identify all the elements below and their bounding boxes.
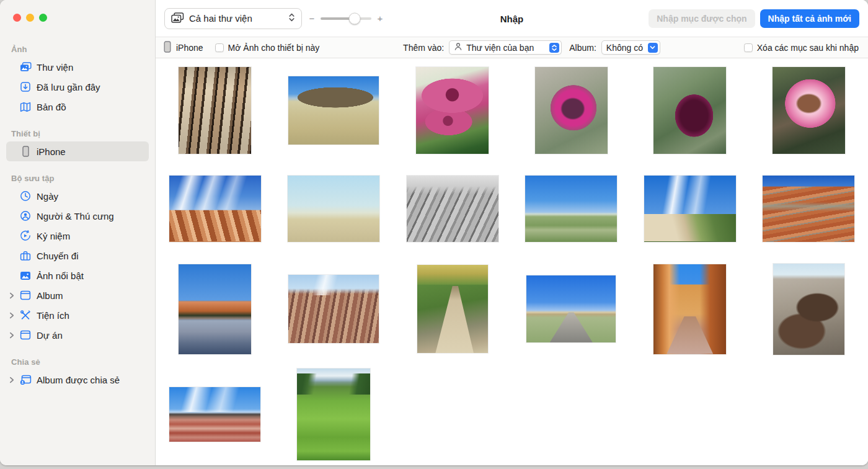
photo-thumbnail-painted-desert[interactable]	[169, 387, 260, 442]
device-bar: iPhone Mở Ảnh cho thiết bị này Thêm vào:…	[156, 37, 868, 58]
open-photos-checkbox[interactable]	[215, 43, 224, 52]
photo-thumbnail-petrified-logs[interactable]	[773, 264, 844, 355]
photo-cell	[275, 254, 394, 364]
photo-cell	[750, 163, 868, 254]
photo-thumbnail-magenta-tulip[interactable]	[535, 67, 608, 154]
photo-thumbnail-bryce-hoodoos[interactable]	[169, 176, 261, 242]
sidebar-item-iphone[interactable]: iPhone	[6, 141, 149, 161]
sidebar-item-person-circle[interactable]: Người & Thú cưng	[6, 206, 149, 226]
photo-thumbnail-prairie-butte[interactable]	[288, 76, 379, 145]
zoom-out-icon[interactable]: −	[309, 13, 315, 24]
album-label: Album:	[569, 43, 596, 53]
delete-after-import-option[interactable]: Xóa các mục sau khi nhập	[744, 43, 859, 53]
album-popup[interactable]: Không có	[601, 40, 660, 55]
chevron-right-icon[interactable]	[9, 312, 19, 319]
photo-cell	[512, 58, 631, 163]
sidebar-item-clock[interactable]: Ngày	[6, 186, 149, 206]
photo-thumbnail-desert-road[interactable]	[526, 275, 616, 342]
minimize-window-button[interactable]	[26, 14, 34, 22]
iphone-icon	[164, 41, 171, 55]
device-name: iPhone	[176, 43, 203, 53]
chevron-right-icon[interactable]	[9, 332, 19, 339]
page-title: Nhập	[500, 13, 524, 24]
person-icon	[454, 42, 463, 53]
clock-icon	[19, 190, 32, 202]
photo-grid-row	[156, 163, 868, 254]
photo-thumbnail-dark-tulip[interactable]	[653, 67, 726, 154]
project-icon	[19, 330, 32, 340]
library-selector[interactable]: Cả hai thư viện	[164, 8, 302, 29]
map-icon	[19, 102, 32, 112]
photo-cell	[156, 163, 275, 254]
person-circle-icon	[19, 210, 32, 221]
import-photo-grid	[156, 58, 868, 465]
chevron-right-icon[interactable]	[9, 377, 19, 383]
toolbar: Cả hai thư viện − + Nhập Nhập mục được c…	[156, 0, 868, 37]
photo-cell	[156, 364, 275, 465]
add-to-label: Thêm vào:	[403, 43, 444, 53]
zoom-in-icon[interactable]: +	[377, 13, 383, 24]
photo-grid-row	[156, 58, 868, 163]
photo-cell	[275, 58, 394, 163]
sidebar-item-featured-photo[interactable]: Ảnh nổi bật	[6, 266, 149, 285]
chevron-up-down-icon	[288, 12, 295, 24]
photo-thumbnail-rock-face[interactable]	[179, 67, 251, 154]
sidebar-section-title: Ảnh	[11, 45, 155, 54]
import-all-button[interactable]: Nhập tất cả ảnh mới	[760, 9, 859, 28]
open-photos-option[interactable]: Mở Ảnh cho thiết bị này	[215, 43, 320, 53]
sidebar-item-memories[interactable]: Kỷ niệm	[6, 226, 149, 246]
iphone-icon	[19, 146, 32, 157]
sidebar: ẢnhThư việnĐã lưu gần đâyBản đồThiết bịi…	[0, 0, 156, 465]
photo-thumbnail-red-cliffs[interactable]	[763, 176, 854, 242]
utilities-icon	[19, 310, 32, 321]
recently-saved-icon	[19, 81, 32, 92]
import-selected-button[interactable]: Nhập mục được chọn	[649, 9, 755, 28]
photo-grid-row	[156, 364, 868, 465]
sidebar-item-shared-album[interactable]: Album được chia sẻ	[6, 370, 149, 390]
chevron-right-icon[interactable]	[9, 292, 19, 299]
sidebar-item-label: Người & Thú cưng	[37, 210, 114, 221]
photo-thumbnail-pink-flower[interactable]	[773, 67, 845, 154]
photo-thumbnail-river-reflection[interactable]	[179, 264, 251, 354]
sidebar-item-label: Ảnh nổi bật	[37, 270, 84, 281]
photo-thumbnail-creek-valley[interactable]	[417, 265, 488, 353]
photo-thumbnail-green-meadow[interactable]	[297, 368, 370, 460]
sidebar-item-label: Kỷ niệm	[37, 230, 70, 241]
delete-after-import-checkbox[interactable]	[744, 43, 753, 52]
sidebar-item-label: Tiện ích	[37, 310, 69, 321]
photos-stack-icon	[19, 62, 32, 72]
delete-after-import-label: Xóa các mục sau khi nhập	[757, 43, 859, 53]
zoom-window-button[interactable]	[39, 14, 47, 22]
photo-thumbnail-white-cliffs[interactable]	[644, 176, 736, 242]
sidebar-item-album[interactable]: Album	[6, 285, 149, 305]
zoom-slider-thumb[interactable]	[348, 12, 360, 24]
zoom-slider-track[interactable]	[321, 17, 371, 20]
photo-cell	[275, 163, 394, 254]
photo-thumbnail-badlands-bw[interactable]	[407, 176, 498, 242]
photo-cell	[512, 163, 631, 254]
photo-cell	[512, 254, 631, 364]
add-to-popup[interactable]: Thư viện của bạn	[449, 40, 562, 55]
sidebar-item-project[interactable]: Dự án	[6, 325, 149, 345]
chevron-up-down-icon	[549, 43, 559, 53]
sidebar-item-label: iPhone	[37, 146, 66, 157]
photo-thumbnail-pink-orchids[interactable]	[416, 67, 489, 154]
close-window-button[interactable]	[13, 14, 21, 22]
sidebar-item-suitcase[interactable]: Chuyến đi	[6, 246, 149, 266]
photo-thumbnail-grand-canyon[interactable]	[288, 275, 379, 343]
open-photos-label: Mở Ảnh cho thiết bị này	[228, 43, 320, 53]
sidebar-item-map[interactable]: Bản đồ	[6, 97, 149, 117]
photo-thumbnail-hazy-plain[interactable]	[288, 176, 379, 242]
sidebar-item-label: Dự án	[37, 329, 63, 341]
photo-cell	[631, 254, 750, 364]
sidebar-item-utilities[interactable]: Tiện ích	[6, 305, 149, 325]
sidebar-section-title: Bộ sưu tập	[11, 174, 155, 183]
sidebar-item-photos-stack[interactable]: Thư viện	[6, 57, 149, 77]
photo-thumbnail-green-field[interactable]	[525, 176, 617, 242]
sidebar-item-label: Bản đồ	[37, 101, 66, 112]
sidebar-item-recently-saved[interactable]: Đã lưu gần đây	[6, 77, 149, 97]
toolbar-buttons: Nhập mục được chọn Nhập tất cả ảnh mới	[649, 9, 859, 28]
sidebar-item-label: Chuyến đi	[37, 250, 79, 261]
photo-thumbnail-canyon-road[interactable]	[653, 264, 726, 354]
suitcase-icon	[19, 251, 32, 261]
